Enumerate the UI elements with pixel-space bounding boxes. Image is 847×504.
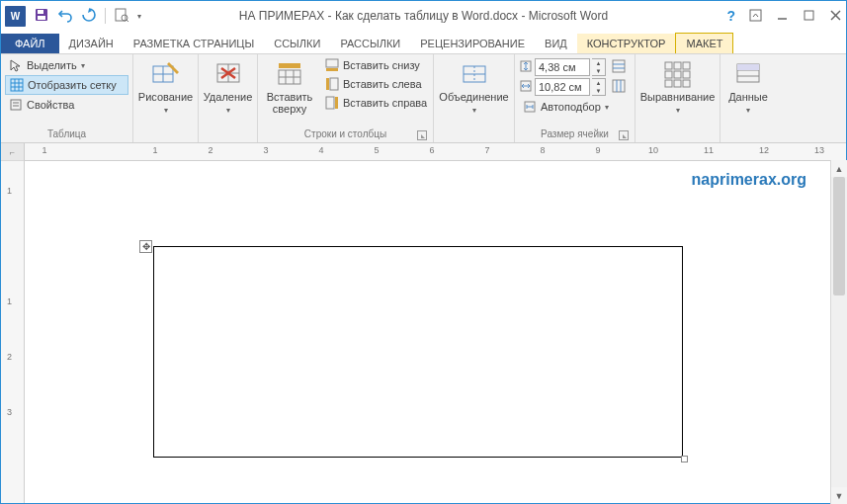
svg-rect-58 — [683, 80, 690, 87]
print-preview-icon[interactable] — [114, 7, 129, 25]
ruler-tick: 5 — [374, 145, 379, 155]
tab-file[interactable]: ФАЙЛ — [1, 34, 59, 53]
row-height-input[interactable]: 4,38 см — [535, 58, 590, 76]
vruler-tick: 1 — [7, 186, 12, 196]
group-label-rows-cols: Строки и столбцы — [262, 126, 429, 142]
vertical-scrollbar[interactable]: ▲ ▼ — [830, 160, 847, 504]
ruler-tick: 10 — [648, 145, 658, 155]
table-cell[interactable] — [153, 246, 683, 458]
svg-rect-33 — [326, 68, 338, 71]
insert-below-button[interactable]: Вставить снизу — [321, 56, 431, 74]
svg-rect-6 — [750, 10, 761, 21]
group-label-table: Таблица — [5, 126, 128, 142]
svg-rect-42 — [613, 60, 625, 72]
svg-rect-34 — [330, 78, 338, 90]
qat-customize-icon[interactable]: ▾ — [137, 12, 141, 21]
document-page[interactable]: naprimerax.org ✥ — [25, 161, 846, 504]
ruler-tick: 11 — [704, 145, 714, 155]
watermark-text: naprimerax.org — [692, 171, 806, 189]
width-spinner[interactable]: ▲▼ — [592, 78, 606, 96]
data-button[interactable]: Данные▾ — [722, 56, 774, 119]
vruler-tick: 1 — [7, 296, 12, 306]
view-gridlines-button[interactable]: Отобразить сетку — [5, 75, 128, 95]
distribute-cols-icon[interactable] — [612, 79, 626, 95]
insert-right-button[interactable]: Вставить справа — [321, 94, 431, 112]
col-width-input[interactable]: 10,82 см — [535, 78, 590, 96]
group-label-draw — [137, 126, 194, 142]
svg-rect-2 — [38, 16, 45, 20]
distribute-rows-icon[interactable] — [612, 59, 626, 75]
svg-rect-16 — [11, 100, 21, 110]
tab-mailings[interactable]: РАССЫЛКИ — [330, 34, 410, 53]
ruler-tick: 4 — [318, 145, 323, 155]
tab-review[interactable]: РЕЦЕНЗИРОВАНИЕ — [410, 34, 535, 53]
svg-rect-36 — [326, 97, 334, 109]
dialog-launcher-icon[interactable] — [417, 130, 427, 140]
redo-icon[interactable] — [81, 7, 97, 25]
svg-rect-8 — [805, 11, 813, 20]
svg-rect-35 — [326, 78, 329, 90]
svg-line-5 — [127, 20, 128, 22]
table-resize-handle-icon[interactable] — [681, 456, 688, 462]
svg-rect-32 — [326, 59, 338, 67]
undo-icon[interactable] — [57, 7, 73, 25]
svg-rect-62 — [737, 64, 759, 70]
svg-rect-57 — [674, 80, 681, 87]
tab-page-layout[interactable]: РАЗМЕТКА СТРАНИЦЫ — [124, 34, 264, 53]
scroll-down-icon[interactable]: ▼ — [831, 487, 847, 504]
ruler-tick: 1 — [152, 145, 157, 155]
ruler-tick: 8 — [540, 145, 545, 155]
tab-constructor[interactable]: КОНСТРУКТОР — [577, 34, 676, 53]
delete-button[interactable]: Удаление▾ — [198, 56, 259, 119]
maximize-icon[interactable] — [803, 9, 815, 24]
svg-rect-55 — [683, 71, 690, 78]
horizontal-ruler[interactable]: ⌐ 112345678910111213 — [1, 143, 846, 161]
group-label-merge — [438, 126, 510, 142]
group-label-size: Размер ячейки — [519, 126, 631, 142]
alignment-button[interactable]: Выравнивание▾ — [635, 56, 721, 119]
properties-button[interactable]: Свойства — [5, 96, 128, 114]
height-spinner[interactable]: ▲▼ — [592, 58, 606, 76]
tab-layout-table[interactable]: МАКЕТ — [675, 33, 733, 53]
select-button[interactable]: Выделить▾ — [5, 56, 128, 74]
insert-left-button[interactable]: Вставить слева — [321, 75, 431, 93]
vruler-tick: 3 — [7, 407, 12, 417]
dialog-launcher-size-icon[interactable] — [619, 130, 629, 140]
save-icon[interactable] — [34, 7, 49, 25]
document-title: НА ПРИМЕРАХ - Как сделать таблицу в Word… — [239, 9, 608, 23]
minimize-icon[interactable] — [776, 9, 789, 24]
close-icon[interactable] — [829, 9, 842, 24]
svg-rect-1 — [38, 10, 43, 14]
ruler-tick: 1 — [42, 145, 46, 155]
svg-rect-46 — [613, 80, 625, 92]
ruler-corner: ⌐ — [1, 143, 25, 161]
table-move-handle-icon[interactable]: ✥ — [139, 240, 152, 253]
tab-view[interactable]: ВИД — [535, 34, 577, 53]
autofit-button[interactable]: Автоподбор▾ — [519, 98, 631, 116]
svg-rect-50 — [665, 62, 672, 69]
ribbon-display-icon[interactable] — [749, 9, 762, 24]
row-height-icon — [519, 59, 533, 75]
ruler-tick: 12 — [759, 145, 769, 155]
svg-rect-56 — [665, 80, 672, 87]
vertical-ruler[interactable]: 1123 — [1, 161, 25, 504]
ruler-tick: 7 — [484, 145, 489, 155]
scroll-thumb[interactable] — [833, 177, 845, 295]
scroll-up-icon[interactable]: ▲ — [831, 160, 847, 177]
group-label-align — [639, 126, 716, 142]
svg-rect-53 — [665, 71, 672, 78]
word-icon: W — [5, 6, 26, 27]
svg-rect-54 — [674, 71, 681, 78]
ruler-tick: 13 — [814, 145, 824, 155]
group-label-delete — [203, 126, 253, 142]
svg-rect-11 — [11, 79, 23, 91]
svg-rect-52 — [683, 62, 690, 69]
merge-button[interactable]: Объединение▾ — [433, 56, 514, 119]
tab-references[interactable]: ССЫЛКИ — [264, 34, 330, 53]
insert-above-button[interactable]: Вставить сверху — [262, 56, 317, 119]
draw-button[interactable]: Рисование▾ — [132, 56, 199, 119]
ruler-tick: 9 — [595, 145, 600, 155]
svg-rect-51 — [674, 62, 681, 69]
help-icon[interactable]: ? — [726, 8, 735, 24]
tab-design[interactable]: ДИЗАЙН — [59, 34, 124, 53]
